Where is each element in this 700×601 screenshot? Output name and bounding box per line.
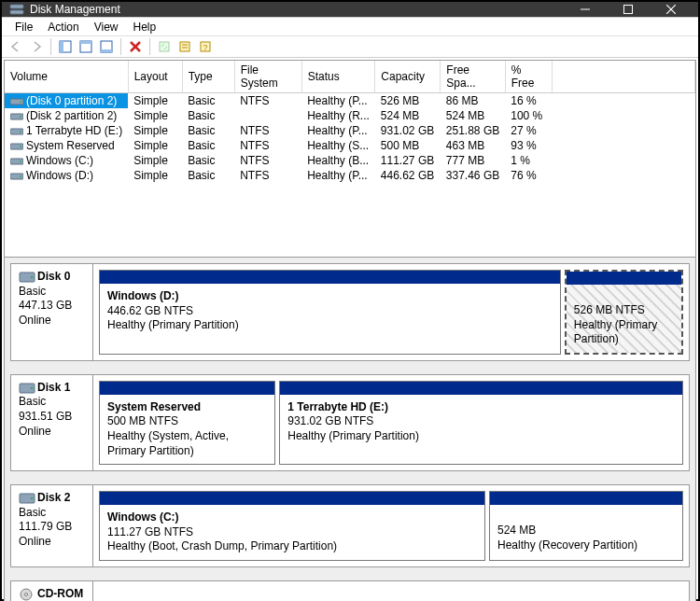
col-volume[interactable]: Volume [5, 61, 128, 93]
disk-name: Disk 1 [37, 381, 70, 394]
volume-list-header[interactable]: Volume Layout Type File System Status Ca… [5, 61, 695, 93]
volume-row[interactable]: (Disk 0 partition 2)SimpleBasicNTFSHealt… [5, 93, 695, 109]
svg-point-21 [20, 101, 21, 103]
properties-icon[interactable] [175, 36, 195, 57]
partition-stripe [100, 492, 484, 505]
volume-capacity: 500 MB [375, 138, 441, 153]
volume-capacity: 526 MB [375, 93, 441, 109]
col-capacity[interactable]: Capacity [375, 61, 441, 93]
volume-list[interactable]: Volume Layout Type File System Status Ca… [5, 61, 695, 257]
volume-fs [234, 108, 301, 123]
volume-name: Windows (C:) [5, 153, 128, 168]
volume-free: 251.88 GB [441, 123, 505, 138]
disk-row[interactable]: CD-ROM 0DVD (F:)No Media [10, 580, 690, 601]
drive-icon [10, 126, 23, 137]
col-status[interactable]: Status [301, 61, 375, 93]
window-title: Disk Management [30, 3, 564, 16]
svg-point-25 [20, 131, 21, 133]
volume-row[interactable]: Windows (D:)SimpleBasicNTFSHealthy (P...… [5, 168, 695, 183]
refresh-icon[interactable] [154, 36, 175, 57]
disk-row[interactable]: Disk 0Basic447.13 GBOnlineWindows (D:)44… [10, 263, 690, 361]
disk-icon [19, 382, 35, 395]
disk-kind: Basic [19, 506, 85, 521]
partition[interactable]: 526 MB NTFSHealthy (Primary Partition) [565, 270, 683, 355]
disk-map[interactable]: Disk 0Basic447.13 GBOnlineWindows (D:)44… [5, 258, 695, 601]
partition-stripe [280, 382, 682, 395]
disk-row[interactable]: Disk 2Basic111.79 GBOnlineWindows (C:)11… [10, 484, 690, 567]
menubar: File Action View Help [2, 17, 698, 35]
drive-icon [10, 111, 23, 122]
scope-pane-icon[interactable] [55, 36, 76, 57]
svg-rect-11 [101, 49, 112, 52]
drive-icon [10, 96, 23, 107]
volume-free: 463 MB [441, 138, 505, 153]
partition-status: Healthy (Boot, Crash Dump, Primary Parti… [107, 539, 477, 554]
svg-line-5 [666, 5, 676, 14]
disk-info: Disk 2Basic111.79 GBOnline [11, 485, 93, 566]
back-button[interactable] [6, 36, 26, 57]
minimize-button[interactable] [564, 2, 607, 17]
col-type[interactable]: Type [182, 61, 234, 93]
col-fs[interactable]: File System [234, 61, 301, 93]
col-layout[interactable]: Layout [128, 61, 182, 93]
partition-size: 500 MB NTFS [107, 414, 267, 429]
svg-rect-14 [160, 42, 169, 51]
volume-row[interactable]: System ReservedSimpleBasicNTFSHealthy (S… [5, 138, 695, 153]
volume-capacity: 931.02 GB [375, 123, 441, 138]
partition[interactable]: Windows (C:)111.27 GB NTFSHealthy (Boot,… [99, 491, 485, 561]
menu-help[interactable]: Help [126, 19, 164, 35]
volume-free: 337.46 GB [441, 168, 505, 183]
help-icon[interactable]: ? [195, 36, 216, 57]
bottom-pane-icon[interactable] [96, 36, 117, 57]
disk-state: Online [19, 425, 85, 440]
volume-fs: NTFS [234, 153, 301, 168]
menu-file[interactable]: File [7, 19, 40, 35]
disk-size: 111.79 GB [19, 520, 85, 535]
menu-action[interactable]: Action [40, 19, 86, 35]
partition[interactable]: 1 Terrabyte HD (E:)931.02 GB NTFSHealthy… [279, 381, 683, 465]
titlebar[interactable]: Disk Management [2, 2, 698, 17]
volume-status: Healthy (R... [301, 108, 375, 123]
partition[interactable]: 524 MBHealthy (Recovery Partition) [489, 491, 683, 561]
disk-icon [19, 271, 35, 284]
partition[interactable]: System Reserved500 MB NTFSHealthy (Syste… [99, 381, 275, 465]
disk-row[interactable]: Disk 1Basic931.51 GBOnlineSystem Reserve… [10, 374, 690, 471]
partitions: System Reserved500 MB NTFSHealthy (Syste… [93, 375, 689, 470]
drive-icon [10, 156, 23, 167]
maximize-button[interactable] [607, 2, 650, 17]
partition[interactable]: Windows (D:)446.62 GB NTFSHealthy (Prima… [99, 270, 561, 355]
disk-name: Disk 0 [37, 270, 70, 283]
volume-row[interactable]: 1 Terrabyte HD (E:)SimpleBasicNTFSHealth… [5, 123, 695, 138]
forward-button[interactable] [26, 36, 47, 57]
col-spacer [552, 61, 694, 93]
close-button[interactable] [650, 2, 693, 17]
svg-rect-0 [10, 5, 23, 8]
partition-size: 446.62 GB NTFS [107, 304, 553, 319]
volume-layout: Simple [128, 138, 182, 153]
svg-point-29 [20, 161, 21, 162]
delete-icon[interactable] [125, 36, 146, 57]
volume-capacity: 111.27 GB [375, 153, 441, 168]
partition-stripe [567, 272, 681, 285]
cd-icon [19, 588, 35, 601]
volume-name: 1 Terrabyte HD (E:) [5, 123, 128, 138]
menu-view[interactable]: View [87, 19, 126, 35]
toolbar-separator [149, 38, 150, 55]
svg-rect-3 [624, 6, 633, 14]
partition-status: Healthy (Primary Partition) [287, 429, 675, 444]
volume-name: (Disk 0 partition 2) [5, 93, 128, 109]
col-free[interactable]: Free Spa... [441, 61, 505, 93]
volume-pctfree: 76 % [505, 168, 552, 183]
disk-info: Disk 1Basic931.51 GBOnline [11, 375, 93, 470]
partition-status: Healthy (Recovery Partition) [497, 538, 675, 553]
svg-rect-1 [10, 10, 23, 14]
volume-free: 777 MB [441, 153, 505, 168]
partition-size: 526 MB NTFS [574, 303, 674, 318]
volume-row[interactable]: Windows (C:)SimpleBasicNTFSHealthy (B...… [5, 153, 695, 168]
partition-stripe [490, 492, 682, 505]
volume-row[interactable]: (Disk 2 partition 2)SimpleBasicHealthy (… [5, 108, 695, 123]
detail-pane-icon[interactable] [76, 36, 96, 57]
svg-line-4 [666, 5, 676, 14]
col-pctfree[interactable]: % Free [505, 61, 552, 93]
volume-layout: Simple [128, 153, 182, 168]
